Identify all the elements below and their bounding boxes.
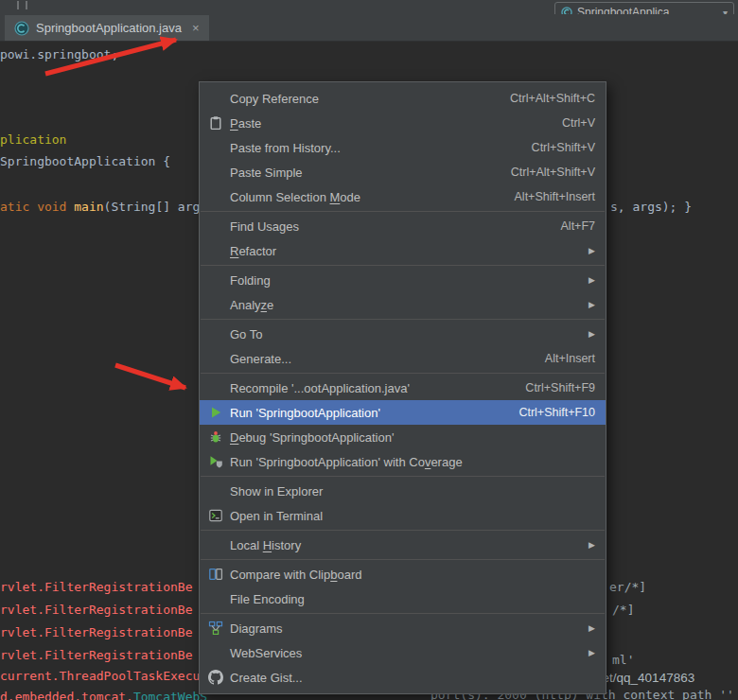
code-fragment-main-right: s, args); } [610, 200, 692, 214]
menu-item-label: Recompile '...ootApplication.java' [230, 381, 410, 395]
menu-item-label: Column Selection Mode [230, 190, 360, 204]
editor-tab[interactable]: SpringbootApplication.java × [5, 15, 209, 41]
code-method-name: main [74, 200, 103, 214]
submenu-arrow-icon: ▶ [589, 329, 595, 339]
diagrams-icon [207, 621, 224, 636]
menu-item-label: Paste from History... [230, 141, 341, 155]
menu-item-label: Generate... [230, 352, 291, 366]
submenu-arrow-icon: ▶ [589, 623, 595, 633]
menu-item-label: Show in Explorer [230, 484, 323, 499]
menu-item-local-history[interactable]: Local History▶ [200, 533, 606, 557]
ide-window: { "colors": { "selection_blue": "#4b6eaf… [0, 0, 738, 700]
compare-icon [207, 567, 224, 582]
submenu-arrow-icon: ▶ [589, 540, 595, 550]
menu-separator [201, 530, 605, 531]
submenu-arrow-icon: ▶ [589, 648, 595, 657]
menu-separator [201, 265, 605, 266]
menu-item-webservices[interactable]: WebServices▶ [200, 640, 606, 665]
menu-item-paste-from-history[interactable]: Paste from History...Ctrl+Shift+V [200, 135, 606, 160]
code-fragment-annotation: plication [0, 132, 66, 147]
menu-item-create-gist[interactable]: Create Gist... [200, 665, 606, 690]
console-output-line: rvlet.FilterRegistrationBe [0, 603, 193, 617]
menu-item-analyze[interactable]: Analyze▶ [200, 292, 606, 317]
menu-item-go-to[interactable]: Go To▶ [200, 322, 606, 346]
console-class-text: TomcatWebS [133, 690, 207, 700]
debug-icon [207, 429, 224, 445]
console-output-line: /*] [612, 603, 634, 617]
menu-item-label: Run 'SpringbootApplication' with Coverag… [230, 455, 463, 469]
menu-item-label: Paste [230, 116, 261, 131]
console-output-line: rvlet.FilterRegistrationBe [0, 580, 193, 594]
menu-item-diagrams[interactable]: Diagrams▶ [200, 616, 606, 640]
editor-tab-bar: SpringbootApplication.java × [0, 14, 738, 42]
menu-item-label: Diagrams [230, 621, 283, 636]
menu-item-compare-with-clipboard[interactable]: Compare with Clipboard [200, 562, 606, 586]
icon-placeholder [207, 537, 224, 552]
menu-item-label: Open in Terminal [230, 509, 323, 523]
run-configuration-selector[interactable]: SpringbootApplica... ▾ [554, 2, 734, 15]
menu-item-folding[interactable]: Folding▶ [200, 268, 606, 292]
menu-item-open-in-terminal[interactable]: Open in Terminal [200, 503, 606, 528]
tab-close-icon[interactable]: × [192, 21, 200, 35]
menu-separator [201, 373, 605, 374]
icon-placeholder [207, 297, 224, 312]
icon-placeholder [207, 91, 224, 106]
menu-item-column-selection-mode[interactable]: Column Selection ModeAlt+Shift+Insert [200, 184, 606, 209]
menu-item-paste[interactable]: PasteCtrl+V [200, 111, 606, 135]
menu-item-shortcut: Alt+Shift+Insert [515, 190, 595, 203]
submenu-arrow-icon: ▶ [589, 246, 595, 255]
toolbar-fragment [17, 1, 19, 9]
menu-item-label: File Encoding [230, 592, 305, 606]
menu-item-label: Local History [230, 538, 301, 552]
menu-item-shortcut: Alt+F7 [561, 219, 595, 233]
menu-item-paste-simple[interactable]: Paste SimpleCtrl+Alt+Shift+V [200, 160, 606, 184]
code-fragment-class: SpringbootApplication { [0, 154, 170, 168]
java-class-icon [14, 21, 29, 36]
menu-item-label: WebServices [230, 646, 302, 660]
menu-item-shortcut: Ctrl+V [562, 116, 595, 130]
menu-item-label: Folding [230, 273, 271, 288]
menu-item-label: Go To [230, 327, 262, 341]
menu-item-find-usages[interactable]: Find UsagesAlt+F7 [200, 214, 606, 238]
menu-item-shortcut: Ctrl+Alt+Shift+V [511, 166, 595, 179]
icon-placeholder [207, 219, 224, 234]
coverage-icon [207, 454, 224, 469]
menu-item-label: Analyze [230, 298, 273, 312]
paste-icon [207, 115, 224, 131]
code-keyword: atic void [0, 200, 74, 214]
main-toolbar: SpringbootApplica... ▾ [0, 0, 738, 15]
menu-item-shortcut: Ctrl+Shift+F9 [525, 381, 595, 394]
menu-item-show-in-explorer[interactable]: Show in Explorer [200, 479, 606, 503]
menu-item-run-springbootapplication-with-coverage[interactable]: Run 'SpringbootApplication' with Coverag… [200, 449, 606, 474]
tab-title: SpringbootApplication.java [36, 21, 182, 35]
console-error-text: d.embedded.tomcat. [0, 690, 133, 700]
github-icon [207, 670, 224, 685]
run-icon [207, 405, 224, 420]
console-output-line: d.embedded.tomcat.TomcatWebS [0, 690, 207, 700]
menu-item-debug-springbootapplication[interactable]: Debug 'SpringbootApplication' [200, 425, 606, 449]
icon-placeholder [207, 351, 224, 366]
icon-placeholder [207, 326, 224, 341]
console-output-line: current.ThreadPoolTaskExecu [0, 669, 200, 683]
code-fragment-package: powi.springboot; [0, 47, 118, 61]
icon-placeholder [207, 165, 224, 180]
menu-item-run-springbootapplication[interactable]: Run 'SpringbootApplication'Ctrl+Shift+F1… [200, 400, 606, 425]
menu-item-generate[interactable]: Generate...Alt+Insert [200, 346, 606, 371]
menu-item-shortcut: Alt+Insert [545, 352, 595, 365]
icon-placeholder [207, 380, 224, 395]
menu-item-shortcut: Ctrl+Shift+F10 [518, 406, 595, 419]
icon-placeholder [207, 591, 224, 606]
menu-item-label: Find Usages [230, 219, 299, 234]
menu-separator [201, 319, 605, 320]
menu-item-label: Compare with Clipboard [230, 568, 361, 582]
icon-placeholder [207, 189, 224, 204]
console-output-line: ml' [612, 653, 634, 667]
menu-item-recompile-ootapplication-java[interactable]: Recompile '...ootApplication.java'Ctrl+S… [200, 376, 606, 400]
toolbar-fragment [26, 1, 27, 9]
menu-item-file-encoding[interactable]: File Encoding [200, 586, 606, 611]
menu-item-label: Create Gist... [230, 671, 303, 685]
menu-item-refactor[interactable]: Refactor▶ [200, 238, 606, 263]
menu-item-copy-reference[interactable]: Copy ReferenceCtrl+Alt+Shift+C [200, 86, 606, 111]
menu-item-label: Debug 'SpringbootApplication' [230, 430, 394, 445]
console-output-line: er/*] [609, 580, 646, 594]
